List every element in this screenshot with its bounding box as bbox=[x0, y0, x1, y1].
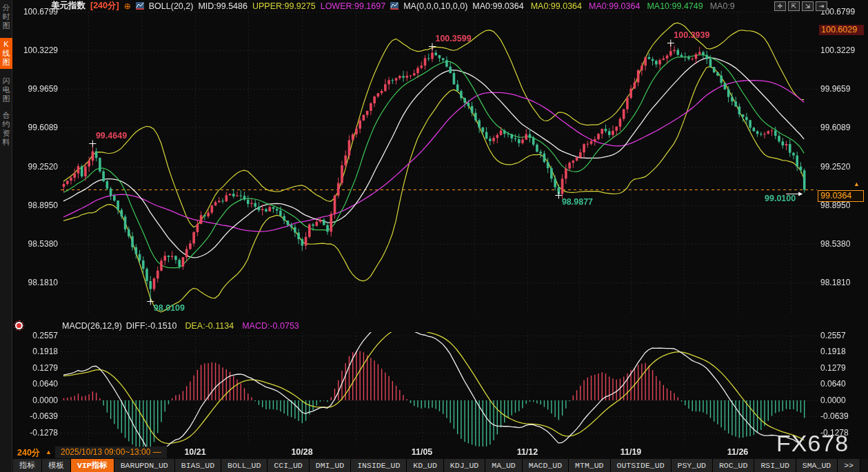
window-control-icons: ✛⇱⇲⇥ bbox=[774, 1, 827, 11]
toolbar-item-模板[interactable]: 模板 bbox=[42, 459, 71, 472]
toolbar-item-指标[interactable]: 指标 bbox=[13, 459, 42, 472]
date-11/05: 11/05 bbox=[412, 447, 433, 457]
date-11/12: 11/12 bbox=[517, 447, 538, 457]
ma-group-label: MA(0,0,0,10,0,0) bbox=[403, 1, 467, 11]
price-up-arrow-icon: ▲ bbox=[854, 181, 860, 187]
chart-canvas[interactable] bbox=[0, 0, 868, 472]
toolbar-item-BOLL_UD[interactable]: BOLL_UD bbox=[221, 459, 268, 472]
price-tick-left: 98.5380 bbox=[17, 239, 58, 249]
marker-98.9877: 98.9877 bbox=[562, 197, 593, 207]
period-up-arrow-icon: ▲ bbox=[46, 449, 52, 455]
boll-lower-value: LOWER:99.1697 bbox=[321, 1, 386, 11]
toolbar-item-OUTSIDE_UD[interactable]: OUTSIDE_UD bbox=[611, 459, 672, 472]
price-tick-right: 99.9659 bbox=[820, 84, 850, 94]
macd-tick-left: 0.0640 bbox=[17, 379, 58, 389]
toolbar-item-BIAS_UD[interactable]: BIAS_UD bbox=[175, 459, 221, 472]
toolbar-item-DMI_UD[interactable]: DMI_UD bbox=[310, 459, 351, 472]
marker-99.4649: 99.4649 bbox=[96, 131, 127, 141]
macd-tick-right: 0.0640 bbox=[820, 379, 846, 389]
toolbar-item-KDJ_UD[interactable]: KDJ_UD bbox=[444, 459, 485, 472]
macd-tick-right: 0.1279 bbox=[820, 363, 846, 373]
price-tick-left: 99.6089 bbox=[17, 123, 58, 132]
chart-header: 美元指数 [240分] ⊕ BOLL(20,2) MID:99.5486 UPP… bbox=[51, 1, 735, 11]
boll-mid-value: MID:99.5486 bbox=[198, 1, 248, 11]
date-10/28: 10/28 bbox=[291, 447, 312, 457]
sidebar-tab-contract-info[interactable]: 合 约 资 料 bbox=[0, 111, 12, 147]
indicator-toolbar: 指标模板VIP指标BARUPDN_UDBIAS_UDBOLL_UDCCI_UDD… bbox=[13, 459, 868, 472]
price-tick-right: 98.5380 bbox=[820, 239, 850, 249]
toolbar-item-MACD_UD[interactable]: MACD_UD bbox=[523, 459, 569, 472]
toolbar-item->>[interactable]: >> bbox=[838, 459, 860, 472]
symbol-title: 美元指数 bbox=[51, 0, 85, 12]
date-11/19: 11/19 bbox=[620, 447, 642, 457]
macd-tick-right: -0.0639 bbox=[820, 411, 849, 421]
boll-indicator-icon[interactable] bbox=[136, 2, 144, 10]
toolbar-item-CCI_UD[interactable]: CCI_UD bbox=[268, 459, 309, 472]
macd-tick-left: 0.0000 bbox=[17, 396, 58, 405]
macd-tick-right: 0.1918 bbox=[820, 347, 846, 356]
price-tick-left: 100.3229 bbox=[17, 45, 58, 55]
toolbar-item-SMA_UD[interactable]: SMA_UD bbox=[796, 459, 838, 472]
macd-tick-left: -0.0639 bbox=[17, 411, 58, 421]
toolbar-item-INSIDE_UD[interactable]: INSIDE_UD bbox=[351, 459, 407, 472]
macd-header: MACD(26,12,9) DIFF:-0.1510 DEA:-0.1134 M… bbox=[62, 321, 299, 331]
time-range-chip[interactable]: 2025/10/13 09:00~13:00 — bbox=[55, 447, 167, 458]
shift-right-icon[interactable]: ⇥ bbox=[816, 1, 827, 11]
macd-tick-left: -0.1278 bbox=[17, 428, 58, 438]
ma-value-3: MA10:99.4749 bbox=[647, 1, 703, 11]
toolbar-item-BARUPDN_UD[interactable]: BARUPDN_UD bbox=[114, 459, 175, 472]
left-sidebar: 分 时 图K 线 图闪 电 图合 约 资 料 bbox=[0, 0, 12, 472]
scale-right-axis-icon[interactable]: ⇲ bbox=[802, 1, 814, 11]
price-tick-right: 98.1810 bbox=[820, 278, 850, 287]
price-tick-right: 99.6089 bbox=[820, 123, 850, 132]
sidebar-tab-flash-chart[interactable]: 闪 电 图 bbox=[0, 76, 12, 103]
toolbar-item-VIP指标[interactable]: VIP指标 bbox=[71, 459, 114, 472]
date-11/26: 11/26 bbox=[727, 447, 749, 457]
macd-tick-right: 0.0000 bbox=[820, 396, 846, 405]
price-tick-left: 98.8950 bbox=[17, 201, 58, 210]
macd-tick-left: 0.2557 bbox=[17, 331, 58, 340]
scale-left-axis-icon[interactable]: ⇱ bbox=[788, 1, 800, 11]
macd-dea-value: DEA:-0.1134 bbox=[185, 321, 234, 331]
macd-tick-left: 0.1279 bbox=[17, 363, 58, 373]
time-axis-row: 240分 ▲ 2025/10/13 09:00~13:00 — 10/2110/… bbox=[13, 447, 868, 459]
boll-upper-value: UPPER:99.9275 bbox=[252, 1, 316, 11]
toolbar-item-KD_UD[interactable]: KD_UD bbox=[407, 459, 444, 472]
price-tick-left: 98.1810 bbox=[17, 278, 58, 287]
marker-99.0100: 99.0100 bbox=[746, 194, 796, 203]
ma-indicator-icon[interactable] bbox=[390, 2, 398, 10]
ma-values: MA0:99.0364MA0:99.0364MA0:99.0364MA10:99… bbox=[472, 1, 735, 11]
ma-value-4: MA0:9 bbox=[710, 1, 735, 11]
marker-100.3939: 100.3939 bbox=[674, 30, 709, 40]
macd-name-label: MACD(26,12,9) bbox=[62, 321, 122, 331]
chip-dash: — bbox=[153, 447, 161, 457]
price-tick-left: 99.9659 bbox=[17, 84, 58, 94]
marker-98.0109: 98.0109 bbox=[154, 303, 185, 313]
indicator-settings-icon[interactable] bbox=[15, 322, 23, 329]
ma-value-2: MA0:99.0364 bbox=[589, 1, 640, 11]
collapse-circle-icon[interactable]: ⊕ bbox=[124, 3, 131, 10]
pan-icon[interactable]: ✛ bbox=[774, 1, 786, 11]
toolbar-item-RSI_UD[interactable]: RSI_UD bbox=[754, 459, 796, 472]
macd-macd-value: MACD:-0.0753 bbox=[242, 321, 299, 331]
date-10/21: 10/21 bbox=[184, 447, 205, 457]
ma-value-1: MA0:99.0364 bbox=[531, 1, 582, 11]
period-label[interactable]: 240分 bbox=[17, 447, 40, 459]
ma-value-0: MA0:99.0364 bbox=[472, 1, 523, 11]
toolbar-item-MTM_UD[interactable]: MTM_UD bbox=[569, 459, 610, 472]
macd-diff-value: DIFF:-0.1510 bbox=[126, 321, 177, 331]
kline-app: 分 时 图K 线 图闪 电 图合 约 资 料 美元指数 [240分] ⊕ BOL… bbox=[0, 0, 868, 472]
period-badge[interactable]: [240分] bbox=[90, 0, 119, 12]
macd-tick-right: 0.2557 bbox=[820, 331, 846, 340]
toolbar-item-MA_UD[interactable]: MA_UD bbox=[485, 459, 523, 472]
sidebar-tab-kline-chart[interactable]: K 线 图 bbox=[0, 38, 12, 69]
session-high-badge: 100.6029 bbox=[819, 25, 864, 35]
macd-tick-left: 0.1918 bbox=[17, 347, 58, 356]
toolbar-item-ROC_UD[interactable]: ROC_UD bbox=[713, 459, 754, 472]
sidebar-tab-time-chart[interactable]: 分 时 图 bbox=[0, 3, 12, 30]
marker-100.3599: 100.3599 bbox=[435, 34, 471, 43]
price-tick-left: 99.2520 bbox=[17, 162, 58, 172]
boll-label: BOLL(20,2) bbox=[149, 1, 194, 11]
toolbar-item-PSY_UD[interactable]: PSY_UD bbox=[672, 459, 713, 472]
last-price-badge: 99.0364 bbox=[818, 190, 864, 202]
